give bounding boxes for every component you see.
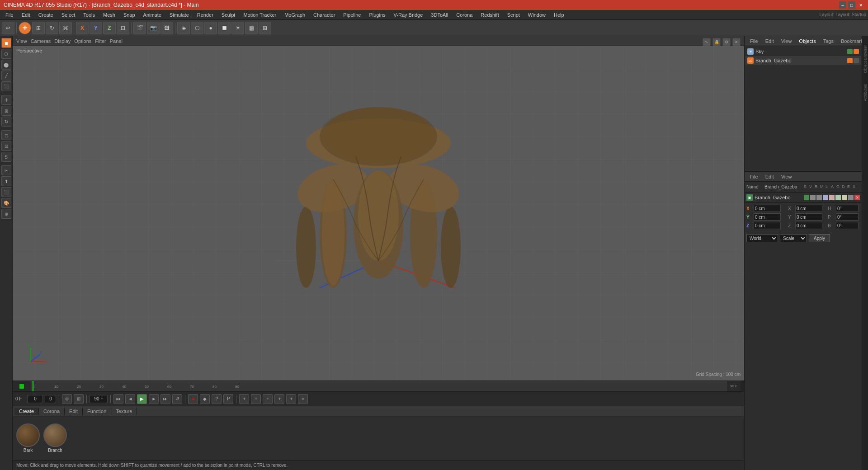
sub-frame-input[interactable] xyxy=(45,395,56,403)
knife-lbtn[interactable]: ✂ xyxy=(1,165,11,175)
mat-tab-corona[interactable]: Corona xyxy=(39,408,65,415)
menu-mograph[interactable]: MoGraph xyxy=(281,11,309,19)
selection-lbtn[interactable]: ◻ xyxy=(1,130,11,140)
view-tab-panel[interactable]: Panel xyxy=(110,38,123,44)
vp-lock[interactable]: 🔒 xyxy=(712,38,721,46)
menu-sculpt[interactable]: Sculpt xyxy=(218,11,239,19)
select-z[interactable]: Z xyxy=(103,22,116,34)
menu-tools[interactable]: Tools xyxy=(80,11,99,19)
menu-select[interactable]: Select xyxy=(58,11,79,19)
obj-branch-gazebo[interactable]: L0 Branch_Gazebo xyxy=(745,56,861,65)
display-wire[interactable]: ⬡ xyxy=(191,22,203,34)
view-tab-options[interactable]: Options xyxy=(74,38,91,44)
obj-tab-objects[interactable]: Objects xyxy=(796,38,818,45)
coord-h-rot[interactable] xyxy=(836,205,859,212)
tweak-mode[interactable]: S xyxy=(1,152,11,162)
transport-extra3[interactable]: + xyxy=(263,394,273,404)
coord-b-rot[interactable] xyxy=(836,222,859,229)
end-frame-input[interactable] xyxy=(90,395,108,403)
bridge-lbtn[interactable]: ⬛ xyxy=(1,187,11,197)
timeline-ruler[interactable]: 0 10 20 30 40 50 60 70 80 90 xyxy=(31,381,727,391)
go-end-btn[interactable]: ⏭ xyxy=(160,394,170,404)
coord-x-size[interactable] xyxy=(795,205,822,212)
apply-button[interactable]: Apply xyxy=(809,234,830,242)
obj-sky[interactable]: ☀ Sky xyxy=(745,47,861,56)
mat-tab-texture[interactable]: Texture xyxy=(111,408,137,415)
maximize-button[interactable]: □ xyxy=(848,1,855,9)
display-light[interactable]: ☀ xyxy=(231,22,244,34)
transport-extra1[interactable]: + xyxy=(239,394,249,404)
transport-extra4[interactable]: + xyxy=(274,394,284,404)
menu-motion-tracker[interactable]: Motion Tracker xyxy=(240,11,280,19)
coord-z-pos[interactable] xyxy=(754,222,781,229)
menu-vray[interactable]: V-Ray Bridge xyxy=(390,11,427,19)
menu-redshift[interactable]: Redshift xyxy=(477,11,502,19)
extrude-lbtn[interactable]: ⬆ xyxy=(1,176,11,186)
select-y[interactable]: Y xyxy=(90,22,102,34)
rotate-lbtn[interactable]: ↻ xyxy=(1,117,11,127)
menu-script[interactable]: Script xyxy=(504,11,524,19)
display-solid[interactable]: ● xyxy=(204,22,217,34)
obj-tab-file[interactable]: File xyxy=(747,38,761,45)
menu-render[interactable]: Render xyxy=(193,11,217,19)
transport-extra5[interactable]: + xyxy=(286,394,296,404)
loop-btn[interactable]: ↺ xyxy=(172,394,182,404)
transport-extra6[interactable]: ≡ xyxy=(298,394,308,404)
coord-y-pos[interactable] xyxy=(754,213,781,221)
material-bark[interactable]: Bark xyxy=(16,423,40,453)
prev-frame-btn[interactable]: ◄ xyxy=(125,394,135,404)
menu-edit[interactable]: Edit xyxy=(18,11,34,19)
move-lbtn[interactable]: ✛ xyxy=(1,95,11,105)
obj-tab-tags[interactable]: Tags xyxy=(821,38,836,45)
scale-tool[interactable]: ⊞ xyxy=(32,22,45,34)
view-tab-view[interactable]: View xyxy=(16,38,27,44)
loop-sel[interactable]: ⊡ xyxy=(1,141,11,151)
world-dropdown[interactable]: World Object Camera xyxy=(746,234,778,242)
coord-x-pos[interactable] xyxy=(754,205,781,212)
mat-tab-edit[interactable]: Edit xyxy=(65,408,83,415)
menu-create[interactable]: Create xyxy=(35,11,57,19)
autokey-btn[interactable]: ? xyxy=(212,394,222,404)
display-grid[interactable]: ▦ xyxy=(245,22,258,34)
display-filter[interactable]: ⊞ xyxy=(259,22,271,34)
select-all[interactable]: ⊡ xyxy=(117,22,129,34)
mat-tab-create[interactable]: Create xyxy=(14,408,39,415)
motion-btn[interactable]: P xyxy=(223,394,233,404)
render-region[interactable]: 📷 xyxy=(147,22,160,34)
magnet-lbtn[interactable]: ⊕ xyxy=(1,209,11,219)
display-mode[interactable]: ◈ xyxy=(177,22,190,34)
points-mode[interactable]: ⬤ xyxy=(1,60,11,70)
transport-extra2[interactable]: + xyxy=(251,394,261,404)
menu-character[interactable]: Character xyxy=(310,11,339,19)
vp-settings[interactable]: ⚙ xyxy=(722,38,731,46)
viewport-canvas[interactable]: Perspective xyxy=(13,46,744,381)
menu-animate[interactable]: Animate xyxy=(140,11,165,19)
timeline-scrollbar[interactable] xyxy=(741,381,744,391)
menu-help[interactable]: Help xyxy=(550,11,568,19)
go-start-btn[interactable]: ⏮ xyxy=(113,394,123,404)
viewport[interactable]: View Cameras Display Options Filter Pane… xyxy=(13,36,744,381)
material-branch[interactable]: Branch xyxy=(43,423,67,453)
menu-simulate[interactable]: Simulate xyxy=(166,11,193,19)
rotate-tool[interactable]: ↻ xyxy=(46,22,58,34)
timeline[interactable]: 0 10 20 30 40 50 60 70 80 90 90 F xyxy=(13,381,744,391)
command-tool[interactable]: ⌘ xyxy=(59,22,72,34)
menu-3dtoall[interactable]: 3DToAll xyxy=(427,11,452,19)
coord-y-size[interactable] xyxy=(795,213,822,221)
menu-pipeline[interactable]: Pipeline xyxy=(340,11,364,19)
view-tab-display[interactable]: Display xyxy=(54,38,71,44)
minimize-button[interactable]: – xyxy=(839,1,846,9)
next-frame-btn[interactable]: ► xyxy=(149,394,159,404)
record-btn[interactable]: ● xyxy=(188,394,198,404)
menu-plugins[interactable]: Plugins xyxy=(365,11,389,19)
vp-close[interactable]: ✕ xyxy=(732,38,741,46)
edges-mode[interactable]: ╱ xyxy=(1,70,11,80)
view-tab-filter[interactable]: Filter xyxy=(95,38,106,44)
props-tab-view[interactable]: View xyxy=(778,173,795,180)
render-btn[interactable]: 🎬 xyxy=(133,22,146,34)
menu-corona[interactable]: Corona xyxy=(453,11,476,19)
mesh-mode[interactable]: ⬡ xyxy=(1,49,11,59)
coord-p-rot[interactable] xyxy=(836,213,859,221)
poly-mode[interactable]: ⬛ xyxy=(1,81,11,91)
obj-tab-view[interactable]: View xyxy=(778,38,795,45)
